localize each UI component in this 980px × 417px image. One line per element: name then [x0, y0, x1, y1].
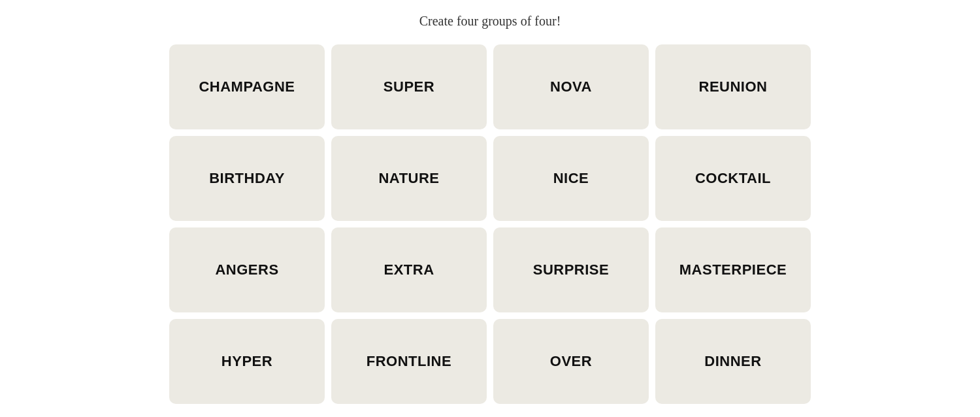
- tile-label-birthday: BIRTHDAY: [209, 170, 285, 187]
- tile-label-over: OVER: [550, 353, 592, 370]
- tile-extra[interactable]: EXTRA: [331, 227, 487, 312]
- tile-nova[interactable]: NOVA: [493, 44, 649, 129]
- tile-label-champagne: CHAMPAGNE: [199, 78, 295, 95]
- tile-label-nova: NOVA: [550, 78, 592, 95]
- tile-reunion[interactable]: REUNION: [655, 44, 811, 129]
- tile-label-reunion: REUNION: [699, 78, 768, 95]
- tile-over[interactable]: OVER: [493, 319, 649, 404]
- tile-label-angers: ANGERS: [215, 261, 278, 278]
- tile-label-hyper: HYPER: [221, 353, 272, 370]
- tile-label-dinner: DINNER: [704, 353, 761, 370]
- tile-label-cocktail: COCKTAIL: [695, 170, 771, 187]
- tile-super[interactable]: SUPER: [331, 44, 487, 129]
- tile-nice[interactable]: NICE: [493, 136, 649, 221]
- tile-label-extra: EXTRA: [384, 261, 434, 278]
- tile-label-nature: NATURE: [378, 170, 439, 187]
- tile-dinner[interactable]: DINNER: [655, 319, 811, 404]
- game-subtitle: Create four groups of four!: [419, 14, 561, 29]
- tile-surprise[interactable]: SURPRISE: [493, 227, 649, 312]
- tile-frontline[interactable]: FRONTLINE: [331, 319, 487, 404]
- word-grid: CHAMPAGNESUPERNOVAREUNIONBIRTHDAYNATUREN…: [169, 44, 811, 404]
- tile-hyper[interactable]: HYPER: [169, 319, 325, 404]
- tile-nature[interactable]: NATURE: [331, 136, 487, 221]
- tile-label-super: SUPER: [384, 78, 434, 95]
- tile-label-surprise: SURPRISE: [533, 261, 609, 278]
- tile-label-nice: NICE: [553, 170, 589, 187]
- tile-birthday[interactable]: BIRTHDAY: [169, 136, 325, 221]
- tile-champagne[interactable]: CHAMPAGNE: [169, 44, 325, 129]
- tile-label-frontline: FRONTLINE: [367, 353, 451, 370]
- tile-label-masterpiece: MASTERPIECE: [679, 261, 787, 278]
- tile-angers[interactable]: ANGERS: [169, 227, 325, 312]
- tile-masterpiece[interactable]: MASTERPIECE: [655, 227, 811, 312]
- tile-cocktail[interactable]: COCKTAIL: [655, 136, 811, 221]
